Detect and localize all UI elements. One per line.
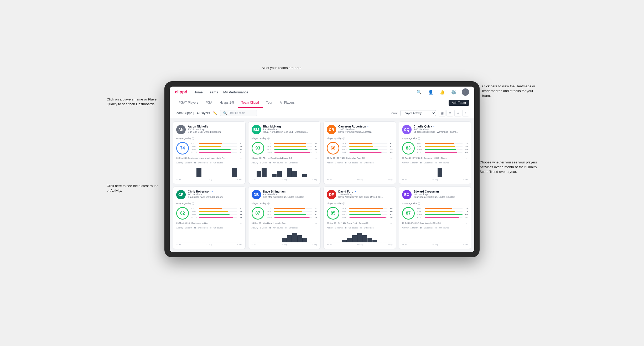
- quality-circle[interactable]: 82: [176, 207, 189, 220]
- settings-icon-btn[interactable]: ⚙️: [450, 88, 458, 96]
- tab-pga[interactable]: PGA: [202, 98, 216, 108]
- stat-row-app: APP 85: [267, 145, 318, 148]
- chart-label-start: 31 Jul: [252, 179, 257, 180]
- quality-circle[interactable]: 83: [402, 142, 415, 155]
- nav-my-performance[interactable]: My Performance: [223, 89, 248, 95]
- stat-label: ARG: [342, 148, 348, 151]
- off-course-dot: [285, 227, 287, 228]
- edit-icon[interactable]: ✏️: [213, 111, 217, 115]
- filter-btn[interactable]: ▽: [454, 110, 461, 116]
- arrow-icon: →: [465, 157, 468, 159]
- last-round[interactable]: 02 Jul 23 | 59 (+17), Craigmillar Park G…: [327, 157, 393, 159]
- player-name[interactable]: Cameron Robertson ✓: [338, 125, 393, 128]
- stat-label: ARG: [191, 213, 198, 216]
- stat-label: OTT: [267, 142, 273, 145]
- avatar[interactable]: CR: [327, 125, 336, 134]
- last-round[interactable]: 07 Aug 23 | 77 (+7), St George's Hill GC…: [402, 157, 468, 159]
- last-round[interactable]: 03 Mar 23 | 19, Must make putting →: [176, 222, 242, 225]
- ipad-screen: clippd Home Teams My Performance 🔍 👤 🔔 ⚙…: [170, 87, 474, 252]
- last-round[interactable]: 26 Aug 23 | 84 (+12), Royal North Devon …: [327, 222, 393, 225]
- avatar[interactable]: DB: [252, 190, 261, 199]
- activity-header: Activity · 1 Month On course Off course: [252, 162, 318, 164]
- list-view-btn[interactable]: ≡: [446, 110, 453, 116]
- player-name[interactable]: David Ford ✓: [338, 190, 393, 193]
- search-icon: 🔍: [223, 111, 227, 115]
- avatar[interactable]: EC: [402, 190, 412, 199]
- bell-icon-btn[interactable]: 🔔: [439, 88, 446, 96]
- quality-content[interactable]: 74 OTT 60 APP 58 ARG 84: [176, 142, 242, 155]
- tab-pgat-players[interactable]: PGAT Players: [175, 98, 202, 108]
- avatar[interactable]: BM: [252, 125, 261, 134]
- quality-content[interactable]: 87 OTT 73 APP 79 ARG 103: [402, 207, 468, 220]
- quality-circle[interactable]: 85: [327, 207, 339, 220]
- quality-content[interactable]: 93 OTT 84 APP 85 ARG 88: [252, 142, 318, 155]
- quality-content[interactable]: 87 OTT 82 APP 74 ARG 85: [252, 207, 318, 220]
- avatar[interactable]: DF: [327, 190, 336, 199]
- quality-content[interactable]: 85 OTT 89 APP 80 ARG 83: [327, 207, 393, 220]
- stat-label: ARG: [267, 148, 273, 151]
- avatar[interactable]: CR: [176, 190, 186, 199]
- stat-label: OTT: [417, 207, 424, 210]
- player-name[interactable]: Dave Billingham: [263, 190, 318, 193]
- last-round[interactable]: 26 Aug 23 | 73 (+1), Royal North Devon G…: [252, 157, 318, 159]
- stat-bar-fill: [425, 149, 456, 150]
- player-card: CQ Charlie Quick ✓ 6-10 Handicap St. Geo…: [399, 121, 471, 184]
- stat-bar-track: [349, 208, 387, 209]
- chart-label-mid: 21 Aug: [282, 244, 287, 246]
- search-input[interactable]: 🔍 Filter by name: [220, 110, 257, 116]
- avatar-icon-btn[interactable]: U: [462, 88, 469, 96]
- last-round-text: 18 Jul 23 | 74 (+4), Sunningdale GC - Ol…: [402, 222, 441, 224]
- quality-content[interactable]: 82 OTT 60 APP 77 ARG 81: [176, 207, 242, 220]
- player-card: CR Cameron Robertson ✓ 11-15 Handicap Ro…: [323, 121, 396, 184]
- add-team-button[interactable]: Add Team: [449, 100, 469, 106]
- chart-label-mid: 21 Aug: [357, 244, 363, 246]
- stat-bar-track: [199, 143, 237, 144]
- filter-bar: Team Clippd | 14 Players ✏️ 🔍 Filter by …: [170, 108, 474, 118]
- tab-team-clippd[interactable]: Team Clippd: [238, 98, 263, 108]
- stat-label: PUTT: [267, 151, 273, 153]
- stat-row-ott: OTT 82: [267, 207, 318, 210]
- quality-content[interactable]: 83 OTT 77 APP 80 ARG 83: [402, 142, 468, 155]
- player-name[interactable]: Charlie Quick ✓: [414, 125, 468, 128]
- grid-view-btn[interactable]: ▦: [439, 110, 445, 116]
- quality-circle[interactable]: 68: [327, 142, 339, 155]
- on-course-dot: [194, 162, 196, 163]
- quality-content[interactable]: 68 OTT 61 APP 63 ARG 75: [327, 142, 393, 155]
- off-course-dot: [210, 227, 211, 228]
- chart-labels: 31 Jul 21 Aug 4 Sep: [402, 179, 468, 180]
- search-icon-btn[interactable]: 🔍: [416, 88, 423, 96]
- quality-circle[interactable]: 74: [176, 142, 189, 155]
- player-name[interactable]: Aaron Nicholls: [188, 125, 242, 128]
- on-course-label: On course: [273, 162, 283, 164]
- sort-btn[interactable]: ↕: [462, 110, 469, 116]
- tab-all-players[interactable]: All Players: [276, 98, 298, 108]
- player-name[interactable]: Edward Crossman: [414, 190, 468, 193]
- stat-row-arg: ARG 75: [342, 148, 393, 151]
- tab-tour[interactable]: Tour: [263, 98, 276, 108]
- avatar[interactable]: CQ: [402, 125, 412, 134]
- stat-row-arg: ARG 103: [417, 213, 468, 216]
- player-name[interactable]: Blair McHarg: [263, 125, 318, 128]
- stat-value: 80: [464, 145, 468, 148]
- on-course-label: On course: [349, 227, 358, 229]
- quality-stats: OTT 82 APP 74 ARG 85 PUTT 9: [267, 207, 318, 219]
- last-round[interactable]: 02 Sep 23 | Sundowner round to get back …: [176, 157, 242, 159]
- quality-circle[interactable]: 87: [402, 207, 415, 220]
- quality-circle[interactable]: 93: [252, 142, 264, 155]
- last-round[interactable]: 04 Sep 23 | Mobility with coach, Gym →: [252, 222, 318, 225]
- nav-home[interactable]: Home: [194, 89, 203, 95]
- nav-teams[interactable]: Teams: [208, 89, 218, 95]
- stat-label: ARG: [417, 213, 424, 216]
- last-round[interactable]: 18 Jul 23 | 74 (+4), Sunningdale GC - Ol…: [402, 222, 468, 225]
- profile-icon-btn[interactable]: 👤: [427, 88, 434, 96]
- stat-label: APP: [342, 210, 348, 213]
- stat-row-arg: ARG 81: [191, 213, 242, 216]
- quality-circle[interactable]: 87: [252, 207, 264, 220]
- show-select[interactable]: Player Activity Quality Score Trend: [400, 110, 436, 116]
- verified-icon: ✓: [211, 190, 213, 193]
- tab-hcaps[interactable]: Hcaps 1-5: [216, 98, 238, 108]
- stat-bar-track: [274, 211, 312, 212]
- stat-row-putt: PUTT 91: [191, 216, 242, 219]
- player-name[interactable]: Chris Robertson ✓: [188, 190, 242, 193]
- avatar[interactable]: AN: [176, 125, 186, 134]
